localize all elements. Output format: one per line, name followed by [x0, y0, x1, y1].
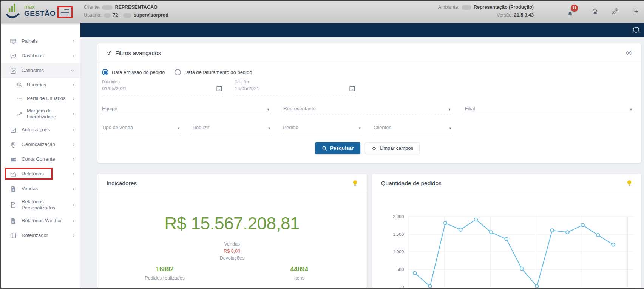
hide-filters-button[interactable] — [625, 49, 633, 57]
page-toolbar — [80, 23, 644, 37]
sidebar-item-relatorios-personalizados[interactable]: Relatórios Personalizados — [0, 196, 80, 214]
dropdown-arrow-icon: ▼ — [449, 127, 452, 130]
sidebar-item-label: Dashboard — [22, 53, 72, 59]
radio-data-emissao[interactable]: Data emissão do pedido — [102, 69, 165, 75]
settings-button[interactable] — [611, 8, 619, 15]
clear-fields-button[interactable]: Limpar campos — [365, 142, 420, 154]
screen-edge-left — [0, 0, 1, 289]
date-type-radio-group: Data emissão do pedido Data de faturamen… — [102, 69, 633, 75]
home-icon — [591, 8, 599, 15]
redacted-text — [102, 5, 113, 10]
sidebar-item-usuarios[interactable]: Usuários — [0, 78, 80, 92]
sidebar-item-label: Perfil de Usuários — [27, 95, 72, 101]
sidebar-item-paineis[interactable]: Paineis — [0, 34, 80, 49]
returns-label: Devoluções — [97, 255, 367, 262]
main-area: Filtros avançados Data emissão do pedido — [80, 23, 644, 289]
radio-selected-icon — [102, 69, 108, 75]
wallet-icon — [10, 156, 17, 163]
app-logo[interactable]: max GESTÃO — [5, 2, 62, 21]
svg-text:1.000: 1.000 — [393, 250, 404, 254]
radio-data-faturamento[interactable]: Data de faturamento do pedido — [175, 69, 252, 75]
redacted-text — [123, 13, 131, 18]
select-pedido[interactable]: Pedido▼ — [283, 120, 361, 133]
indicators-card-header: Indicadores — [97, 174, 367, 193]
returns-value: R$ 0,00 — [97, 248, 367, 255]
register-icon — [10, 68, 17, 74]
sidebar-item-relatorios[interactable]: Relatórios — [0, 167, 80, 181]
home-button[interactable] — [591, 8, 599, 15]
notification-badge: 11 — [571, 5, 578, 12]
sidebar-item-vendas[interactable]: $Vendas — [0, 181, 80, 196]
sidebar-item-label: Cadastros — [22, 68, 71, 74]
sidebar-item-conta-corrente[interactable]: Conta Corrente — [0, 152, 80, 167]
select-filial[interactable]: Filial▼ — [465, 101, 633, 114]
sidebar-item-label: Roteirizador — [22, 232, 72, 238]
orders-hint-button[interactable] — [627, 180, 632, 187]
chevron-right-icon — [72, 143, 75, 147]
client-value: REPRESENTACAO — [115, 5, 157, 10]
date-start-field[interactable]: Data inicio 01/05/2021 — [102, 80, 222, 94]
client-line: Cliente:REPRESENTACAO — [84, 3, 168, 11]
advanced-filters-card: Filtros avançados Data emissão do pedido — [97, 43, 641, 163]
orders-stat: 16892 Pedidos realizados — [97, 266, 232, 281]
users-icon — [16, 82, 22, 88]
chevron-right-icon — [72, 128, 75, 132]
sidebar-item-roteirizador[interactable]: Roteirizador — [0, 228, 80, 243]
items-stat: 44894 Itens — [232, 266, 366, 281]
sidebar-item-label: Geolocalização — [22, 141, 72, 148]
select-equipe[interactable]: Equipe▼ — [102, 101, 270, 114]
dropdown-arrow-icon: ▼ — [448, 108, 451, 111]
user-line: Usuário:72 -supervisorprod — [84, 11, 168, 19]
select-placeholder: Pedido — [283, 125, 298, 130]
notifications-button[interactable]: 11 — [567, 5, 578, 18]
filters-body: Data emissão do pedido Data de faturamen… — [97, 63, 641, 163]
total-sales-value: R$ 15.567.208,81 — [97, 214, 367, 232]
search-button[interactable]: Pesquisar — [315, 142, 360, 154]
select-deduzir[interactable]: Deduzir▼ — [193, 120, 271, 133]
sidebar-item-perfil-de-usuarios[interactable]: Perfil de Usuários — [0, 92, 80, 105]
select-placeholder: Representante — [283, 106, 315, 111]
select-placeholder: Tipo de venda — [102, 125, 133, 130]
calendar-icon[interactable] — [349, 85, 355, 92]
sidebar-item-relatorios-winthor[interactable]: Relatórios Winthor — [0, 214, 80, 228]
user-value: supervisorprod — [134, 12, 168, 18]
dropdown-arrow-icon: ▼ — [358, 127, 361, 130]
sidebar-item-label: Relatórios — [22, 171, 72, 177]
sidebar-item-geolocalizacao[interactable]: Geolocalização — [0, 137, 80, 152]
logo-chart-hand-icon — [5, 3, 23, 21]
sidebar-item-label: Autorizações — [22, 127, 72, 133]
filter-selects-row-2: Tipo de venda▼ Deduzir▼ Pedido▼ Clientes… — [102, 120, 633, 133]
sidebar-item-dashboard[interactable]: Dashboard — [0, 49, 80, 63]
sidebar-item-label: Relatórios Winthor — [22, 218, 72, 224]
date-end-field[interactable]: Data fim 14/05/2021 — [235, 80, 355, 94]
indicators-hint-button[interactable] — [352, 180, 358, 187]
info-button[interactable] — [633, 26, 639, 33]
custom-reports-icon — [10, 201, 17, 208]
date-start-label: Data inicio — [102, 80, 222, 84]
sales-icon: $ — [10, 186, 17, 192]
date-range-row: Data inicio 01/05/2021 Data fim 14/05/20… — [102, 80, 633, 94]
environment-value: Representação (Produção) — [474, 5, 534, 10]
eye-slash-icon — [625, 49, 633, 57]
menu-toggle-button[interactable] — [61, 9, 69, 16]
sidebar-item-label: Paineis — [22, 38, 72, 44]
select-placeholder: Deduzir — [193, 125, 210, 130]
dropdown-arrow-icon: ▼ — [266, 108, 270, 111]
sidebar-item-label: Conta Corrente — [22, 156, 72, 162]
chevron-right-icon — [72, 219, 75, 223]
svg-text:2.000: 2.000 — [393, 214, 404, 219]
logout-button[interactable] — [632, 8, 639, 15]
sidebar-item-margem-de-lucratividade[interactable]: Margem de Lucratividade — [0, 105, 80, 123]
sidebar-item-cadastros[interactable]: Cadastros — [0, 63, 80, 78]
orders-quantity-card: Quantidade de pedidos 05001.0001.5002.00… — [372, 174, 641, 288]
chevron-right-icon — [72, 187, 75, 191]
select-clientes[interactable]: Clientes▼ — [374, 120, 452, 133]
version-label: Versão: — [497, 12, 513, 18]
winthor-reports-icon — [10, 218, 17, 224]
calendar-icon[interactable] — [216, 85, 222, 92]
select-tipo-de-venda[interactable]: Tipo de venda▼ — [102, 120, 181, 133]
radio-unselected-icon — [175, 69, 181, 75]
sales-label: Vendas — [97, 241, 367, 248]
select-representante[interactable]: Representante▼ — [283, 101, 451, 114]
sidebar-item-autorizacoes[interactable]: Autorizações — [0, 123, 80, 137]
